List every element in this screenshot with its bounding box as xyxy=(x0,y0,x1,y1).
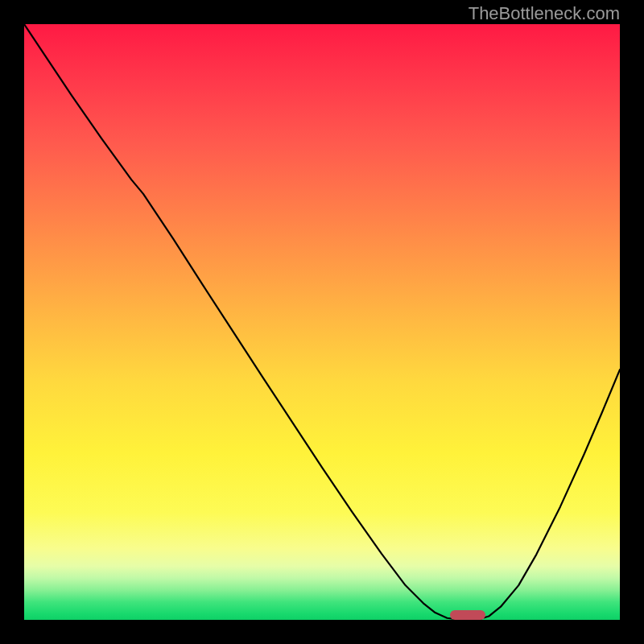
chart-frame: TheBottleneck.com xyxy=(0,0,644,644)
bottleneck-curve xyxy=(24,24,620,620)
optimal-marker xyxy=(450,610,485,620)
watermark-text: TheBottleneck.com xyxy=(469,3,620,24)
plot-area xyxy=(24,24,620,620)
